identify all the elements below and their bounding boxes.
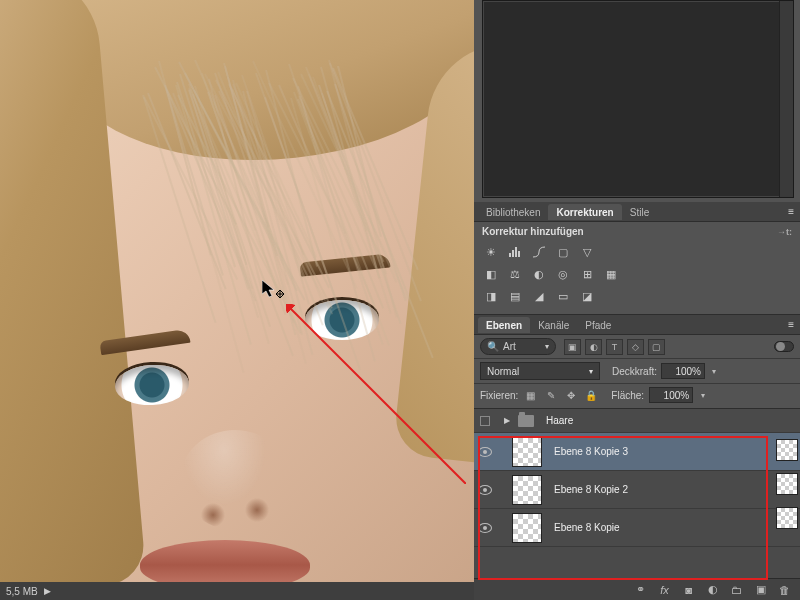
layers-panel-menu-icon[interactable]: ≡ xyxy=(782,319,800,330)
tab-korrekturen[interactable]: Korrekturen xyxy=(548,204,621,220)
new-layer-icon[interactable]: ▣ xyxy=(753,583,768,597)
mask-thumbnails xyxy=(776,433,800,529)
status-menu-arrow-icon[interactable]: ▶ xyxy=(44,586,51,596)
lock-label: Fixieren: xyxy=(480,390,518,401)
filter-adjust-icon[interactable]: ◐ xyxy=(585,339,602,355)
lock-pixels-icon[interactable]: ✎ xyxy=(543,388,558,402)
gradient-map-icon[interactable]: ▭ xyxy=(554,288,572,304)
hue-sat-icon[interactable]: ◧ xyxy=(482,266,500,282)
folder-icon xyxy=(518,415,534,427)
corrections-panel-menu-icon[interactable]: ≡ xyxy=(782,206,800,217)
layer-list[interactable]: ▶ Haare Ebene 8 Kopie 3 Ebene 8 Kopie 2 … xyxy=(474,409,800,578)
link-layers-icon[interactable]: ⚭ xyxy=(633,583,648,597)
svg-rect-1 xyxy=(509,253,511,257)
brightness-contrast-icon[interactable]: ☀ xyxy=(482,244,500,260)
layer-ebene8-kopie3[interactable]: Ebene 8 Kopie 3 xyxy=(474,433,800,471)
layer-thumbnail[interactable] xyxy=(512,513,542,543)
fill-arrow-icon[interactable]: ▾ xyxy=(698,391,708,400)
corrections-tabs: Bibliotheken Korrekturen Stile ≡ xyxy=(474,202,800,222)
posterize-icon[interactable]: ▤ xyxy=(506,288,524,304)
filter-shape-icon[interactable]: ◇ xyxy=(627,339,644,355)
panels-column: Bibliotheken Korrekturen Stile ≡ Korrekt… xyxy=(474,0,800,600)
svg-rect-4 xyxy=(518,251,520,257)
visibility-eye-icon[interactable] xyxy=(478,523,492,533)
filter-type-icon[interactable]: T xyxy=(606,339,623,355)
layer-ebene8-kopie[interactable]: Ebene 8 Kopie xyxy=(474,509,800,547)
add-mask-icon[interactable]: ◙ xyxy=(681,583,696,597)
fill-field[interactable]: 100% xyxy=(649,387,693,403)
lock-all-icon[interactable]: 🔒 xyxy=(583,388,598,402)
tab-ebenen[interactable]: Ebenen xyxy=(478,317,530,333)
opacity-field[interactable]: 100% xyxy=(661,363,705,379)
filesize-label: 5,5 MB xyxy=(6,586,38,597)
fx-icon[interactable]: fx xyxy=(657,583,672,597)
corrections-preset-icon[interactable]: →t: xyxy=(777,227,792,237)
bw-icon[interactable]: ◐ xyxy=(530,266,548,282)
tab-pfade[interactable]: Pfade xyxy=(577,317,619,333)
filter-pixel-icon[interactable]: ▣ xyxy=(564,339,581,355)
visibility-eye-icon[interactable] xyxy=(478,485,492,495)
delete-layer-icon[interactable]: 🗑 xyxy=(777,583,792,597)
search-icon: 🔍 xyxy=(487,341,499,352)
layer-thumbnail[interactable] xyxy=(512,475,542,505)
document-image xyxy=(0,0,474,600)
color-lookup-icon[interactable]: ▦ xyxy=(602,266,620,282)
svg-rect-3 xyxy=(515,247,517,257)
layer-ebene8-kopie2[interactable]: Ebene 8 Kopie 2 xyxy=(474,471,800,509)
lock-position-icon[interactable]: ✥ xyxy=(563,388,578,402)
disclosure-triangle-icon[interactable]: ▶ xyxy=(504,416,510,425)
color-balance-icon[interactable]: ⚖ xyxy=(506,266,524,282)
channel-mixer-icon[interactable]: ⊞ xyxy=(578,266,596,282)
levels-icon[interactable] xyxy=(506,244,524,260)
fill-label: Fläche: xyxy=(611,390,644,401)
blend-mode-select[interactable]: Normal▾ xyxy=(480,362,600,380)
threshold-icon[interactable]: ◢ xyxy=(530,288,548,304)
filter-toggle[interactable] xyxy=(774,341,794,352)
layers-bottom-toolbar: ⚭ fx ◙ ◐ 🗀 ▣ 🗑 xyxy=(474,578,800,600)
photo-filter-icon[interactable]: ◎ xyxy=(554,266,572,282)
svg-rect-2 xyxy=(512,250,514,257)
curves-icon[interactable] xyxy=(530,244,548,260)
status-bar: 5,5 MB ▶ xyxy=(0,582,474,600)
tab-bibliotheken[interactable]: Bibliotheken xyxy=(478,204,548,220)
mask-thumb[interactable] xyxy=(776,507,798,529)
layers-tabs: Ebenen Kanäle Pfade ≡ xyxy=(474,315,800,335)
navigator-preview[interactable] xyxy=(482,0,794,198)
layers-panel: Ebenen Kanäle Pfade ≡ 🔍 Art ▾ ▣ ◐ T ◇ ▢ … xyxy=(474,314,800,600)
mask-thumb[interactable] xyxy=(776,473,798,495)
visibility-off-icon[interactable] xyxy=(480,416,490,426)
layer-filter-type[interactable]: 🔍 Art ▾ xyxy=(480,338,556,355)
new-adjustment-icon[interactable]: ◐ xyxy=(705,583,720,597)
opacity-arrow-icon[interactable]: ▾ xyxy=(709,367,719,376)
lock-transparency-icon[interactable]: ▦ xyxy=(523,388,538,402)
exposure-icon[interactable]: ▢ xyxy=(554,244,572,260)
opacity-label: Deckkraft: xyxy=(612,366,657,377)
vibrance-icon[interactable]: ▽ xyxy=(578,244,596,260)
tab-kanaele[interactable]: Kanäle xyxy=(530,317,577,333)
filter-smart-icon[interactable]: ▢ xyxy=(648,339,665,355)
layer-filter-row: 🔍 Art ▾ ▣ ◐ T ◇ ▢ xyxy=(474,335,800,359)
new-group-icon[interactable]: 🗀 xyxy=(729,583,744,597)
mask-thumb[interactable] xyxy=(776,439,798,461)
preview-scrollbar[interactable] xyxy=(779,1,793,197)
tab-stile[interactable]: Stile xyxy=(622,204,657,220)
layer-group-haare[interactable]: ▶ Haare xyxy=(474,409,800,433)
canvas-area[interactable]: 5,5 MB ▶ xyxy=(0,0,474,600)
visibility-eye-icon[interactable] xyxy=(478,447,492,457)
selective-color-icon[interactable]: ◪ xyxy=(578,288,596,304)
invert-icon[interactable]: ◨ xyxy=(482,288,500,304)
layer-thumbnail[interactable] xyxy=(512,437,542,467)
corrections-subheader: Korrektur hinzufügen →t: xyxy=(474,222,800,241)
